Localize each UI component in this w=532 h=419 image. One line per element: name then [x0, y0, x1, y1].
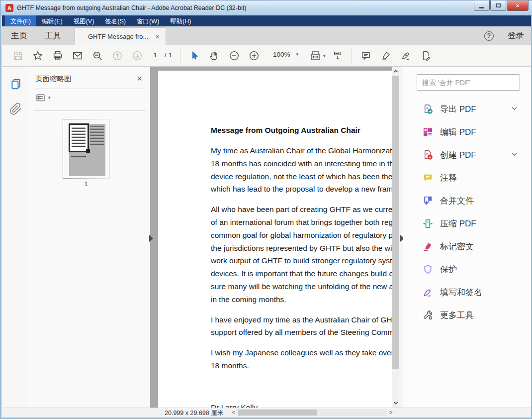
menu-sign[interactable]: 签名(S) — [99, 15, 131, 26]
page-fit-dropdown[interactable]: ▾ — [309, 50, 326, 62]
viewport-resize-handle[interactable] — [86, 149, 90, 153]
horizontal-scrollbar-track[interactable] — [238, 409, 387, 416]
hand-tool-button[interactable] — [204, 48, 224, 64]
menu-view[interactable]: 视图(V) — [68, 15, 100, 26]
select-tool-button[interactable] — [184, 48, 204, 64]
tool-label: 导出 PDF — [440, 104, 511, 115]
window-controls: × — [473, 0, 529, 11]
horizontal-scrollbar-thumb[interactable] — [238, 410, 317, 416]
maximize-button[interactable] — [490, 0, 506, 11]
zoom-out-button[interactable] — [224, 48, 244, 64]
panel-close-icon[interactable]: × — [137, 74, 142, 84]
document-line: sure many will be watching the unfolding… — [211, 280, 392, 293]
zoom-in-icon — [249, 50, 260, 61]
menu-edit[interactable]: 编辑(E) — [36, 15, 68, 26]
thumbnail-page-image — [69, 124, 105, 176]
scroll-right-button[interactable]: > — [387, 409, 394, 417]
document-line: I wish my Japanese colleagues well as th… — [211, 346, 392, 359]
tab-document[interactable]: GHTF Message fro... × — [75, 27, 166, 45]
document-line: in the coming months. — [211, 293, 392, 306]
page-thumbnail[interactable] — [63, 119, 109, 179]
page-number-input[interactable]: 1 — [149, 51, 161, 60]
tools-search-input[interactable] — [417, 74, 520, 91]
page-thumbnails-icon[interactable] — [9, 78, 22, 91]
document-area: Message from Outgoing Australian Chair M… — [150, 67, 392, 408]
scroll-down-button[interactable] — [392, 399, 399, 407]
tool-more-tools[interactable]: 更多工具 — [403, 304, 531, 326]
sign-button[interactable] — [396, 48, 416, 64]
print-button[interactable] — [48, 48, 68, 64]
comment-icon — [360, 50, 371, 61]
close-button[interactable]: × — [507, 0, 529, 11]
menu-file[interactable]: 文件(F) — [5, 15, 36, 26]
attachments-icon[interactable] — [9, 103, 22, 115]
email-icon — [72, 50, 83, 61]
tool-label: 编辑 PDF — [440, 126, 518, 138]
horizontal-scrollbar[interactable]: < > — [230, 408, 394, 417]
page-down-icon — [132, 50, 143, 61]
hand-tool-icon — [209, 50, 220, 61]
minimize-button[interactable] — [474, 0, 490, 11]
scroll-up-button[interactable] — [392, 67, 399, 75]
sign-in-button[interactable]: 登录 — [508, 30, 524, 41]
page-size-label: 20.999 x 29.698 厘米 — [165, 409, 223, 418]
tab-tools[interactable]: 工具 — [45, 26, 61, 45]
minimize-icon — [479, 7, 484, 8]
zoom-in-button[interactable] — [244, 48, 264, 64]
document-line: work output of GHTF to build stronger re… — [211, 254, 392, 267]
edit-pdf-icon — [422, 126, 434, 138]
previous-page-button[interactable] — [107, 48, 127, 64]
tab-close-icon[interactable]: × — [155, 33, 159, 41]
email-button[interactable] — [68, 48, 88, 64]
menu-window[interactable]: 窗口(W) — [131, 15, 165, 26]
tool-compress-pdf[interactable]: 压缩 PDF — [403, 212, 531, 235]
tool-export-pdf[interactable]: 导出 PDF — [403, 98, 531, 120]
zoom-level-dropdown[interactable]: 100% ▾ — [269, 51, 302, 61]
create-pdf-icon — [422, 149, 434, 161]
scroll-mode-button[interactable] — [328, 48, 348, 64]
tool-comment[interactable]: 注释 — [403, 166, 531, 189]
document-heading: Message from Outgoing Australian Chair — [211, 124, 392, 136]
chevron-down-icon[interactable] — [511, 105, 518, 114]
scroll-left-button[interactable]: < — [230, 409, 237, 417]
tool-redact[interactable]: 标记密文 — [403, 235, 531, 258]
tool-edit-pdf[interactable]: 编辑 PDF — [403, 120, 531, 143]
comment-button[interactable] — [356, 48, 376, 64]
acrobat-window: A GHTF Message from outgoing Australian … — [0, 0, 532, 419]
find-button[interactable] — [88, 48, 107, 64]
titlebar[interactable]: A GHTF Message from outgoing Australian … — [0, 0, 532, 15]
protect-icon — [422, 264, 434, 275]
thumbnail-viewport-box[interactable] — [69, 123, 89, 152]
tool-protect[interactable]: 保护 — [403, 258, 531, 281]
favorite-button[interactable] — [28, 48, 48, 64]
print-icon — [52, 50, 63, 61]
toolbar: 1 / 1 100% ▾ ▾ — [2, 45, 531, 67]
page-number-field[interactable]: 1 / 1 — [149, 51, 172, 60]
chevron-down-icon[interactable] — [511, 150, 518, 160]
comment-tool-icon — [422, 172, 434, 184]
vertical-scrollbar-thumb[interactable] — [392, 76, 399, 369]
thumbnail-options-button[interactable]: ▾ — [35, 93, 51, 103]
tool-label: 注释 — [440, 172, 518, 184]
save-button[interactable] — [8, 48, 28, 64]
left-panel-collapse-handle[interactable] — [149, 235, 153, 242]
tool-label: 创建 PDF — [440, 149, 511, 161]
next-page-button[interactable] — [127, 48, 147, 64]
menu-help[interactable]: 帮助(H) — [165, 15, 196, 26]
document-line: All who have been part of creating GHTF … — [211, 203, 392, 216]
tool-fill-sign[interactable]: 填写和签名 — [403, 281, 531, 304]
options-icon — [35, 93, 46, 103]
vertical-scrollbar[interactable] — [392, 67, 399, 408]
highlight-button[interactable] — [376, 48, 396, 64]
tab-home[interactable]: 主页 — [11, 26, 27, 45]
maximize-icon — [496, 3, 501, 7]
tool-create-pdf[interactable]: 创建 PDF — [403, 143, 531, 166]
tabbar: 主页 工具 GHTF Message fro... × ? 登录 — [2, 26, 531, 45]
chevron-up-icon — [393, 69, 398, 74]
tool-combine-files[interactable]: 合并文件 — [403, 189, 531, 212]
help-icon[interactable]: ? — [484, 31, 494, 41]
document-line: devices. It is important that the future… — [211, 267, 392, 280]
fill-sign-icon — [422, 287, 434, 298]
pdf-page[interactable]: Message from Outgoing Australian Chair M… — [158, 71, 392, 408]
document-pen-button[interactable] — [416, 48, 436, 64]
